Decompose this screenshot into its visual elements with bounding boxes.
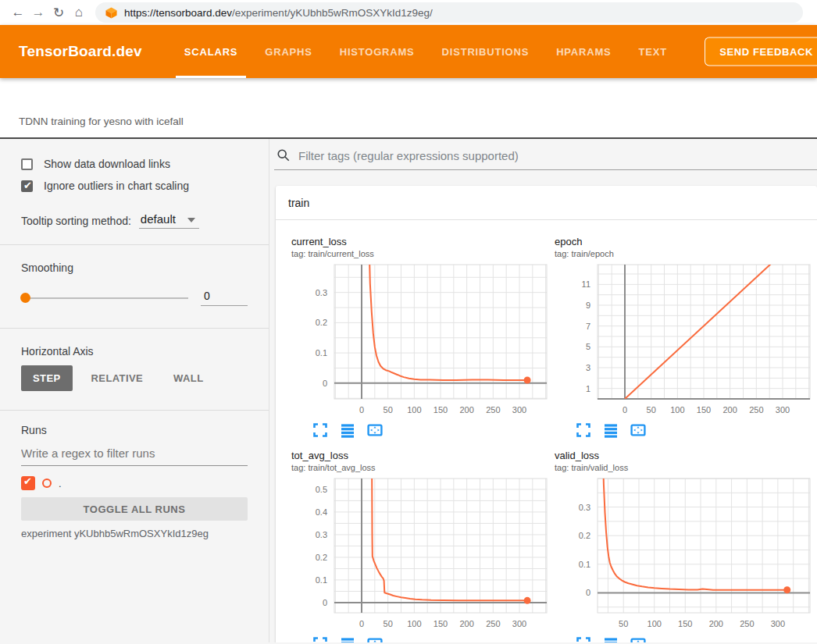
tab-hparams[interactable]: HPARAMS xyxy=(555,25,612,78)
divider xyxy=(0,328,269,329)
home-icon[interactable]: ⌂ xyxy=(69,2,89,23)
chart-plot-epoch[interactable]: 0501001502002503001357911 xyxy=(555,263,815,419)
tab-scalars[interactable]: SCALARS xyxy=(183,25,239,78)
experiment-title-bar: TDNN training for yesno with icefall xyxy=(0,78,817,139)
svg-text:0: 0 xyxy=(586,588,590,597)
smoothing-label: Smoothing xyxy=(21,262,248,274)
svg-text:150: 150 xyxy=(433,619,448,628)
chart-plot-valid_loss[interactable]: 5010015020025030000.10.20.3 xyxy=(555,477,815,633)
smoothing-slider[interactable] xyxy=(21,297,188,299)
runs-filter-input[interactable] xyxy=(21,445,248,466)
chevron-down-icon xyxy=(187,218,195,226)
back-icon[interactable]: ← xyxy=(8,2,28,23)
svg-text:250: 250 xyxy=(740,619,754,628)
tooltip-sorting-value: default xyxy=(141,212,176,226)
svg-text:50: 50 xyxy=(384,405,393,415)
svg-text:0.1: 0.1 xyxy=(316,575,327,585)
forward-icon[interactable]: → xyxy=(28,2,48,23)
tag-section-header[interactable]: train xyxy=(276,186,817,220)
reload-icon[interactable]: ↻ xyxy=(48,2,69,23)
smoothing-slider-thumb[interactable] xyxy=(20,293,30,303)
svg-text:11: 11 xyxy=(582,279,590,289)
svg-text:0: 0 xyxy=(323,598,327,607)
runs-label: Runs xyxy=(21,424,248,436)
chart-title: current_loss xyxy=(291,236,555,247)
experiment-title: TDNN training for yesno with icefall xyxy=(19,116,184,127)
ignore-outliers-label: Ignore outliers in chart scaling xyxy=(44,180,189,192)
chart-plot-current_loss[interactable]: 05010015020025030000.10.20.3 xyxy=(291,263,552,419)
fit-domain-icon[interactable] xyxy=(366,635,384,642)
svg-text:250: 250 xyxy=(486,405,500,415)
horizontal-axis-label: Horizontal Axis xyxy=(21,345,248,358)
fit-domain-icon[interactable] xyxy=(630,635,647,642)
svg-text:250: 250 xyxy=(749,405,763,415)
toggle-y-axis-icon[interactable] xyxy=(339,635,356,642)
toggle-all-runs-button[interactable]: TOGGLE ALL RUNS xyxy=(21,497,248,521)
svg-text:150: 150 xyxy=(433,405,448,415)
toggle-y-axis-icon[interactable] xyxy=(339,422,356,439)
tab-histograms[interactable]: HISTOGRAMS xyxy=(338,25,416,78)
chart-plot-tot_avg_loss[interactable]: 05010015020025030000.10.20.30.40.5 xyxy=(291,477,552,633)
ignore-outliers-checkbox[interactable] xyxy=(21,180,33,192)
chart-actions xyxy=(312,422,555,439)
tab-distributions[interactable]: DISTRIBUTIONS xyxy=(441,25,531,78)
svg-text:200: 200 xyxy=(459,405,473,415)
fullscreen-icon[interactable] xyxy=(575,635,592,642)
chart-actions xyxy=(312,635,555,642)
chart-title: epoch xyxy=(555,236,817,247)
svg-text:3: 3 xyxy=(586,363,590,372)
tooltip-sorting-select[interactable]: default xyxy=(139,212,199,229)
smoothing-value-input[interactable]: 0 xyxy=(201,290,248,306)
svg-text:50: 50 xyxy=(647,405,656,415)
axis-option-wall[interactable]: WALL xyxy=(162,365,215,391)
divider xyxy=(0,410,269,411)
chart-card-tot_avg_loss: tot_avg_losstag: train/tot_avg_loss05010… xyxy=(291,450,555,642)
svg-text:7: 7 xyxy=(586,322,590,331)
horizontal-axis-buttons: STEPRELATIVEWALL xyxy=(21,365,248,391)
run-checkbox[interactable] xyxy=(21,476,35,490)
settings-sidebar: Show data download links Ignore outliers… xyxy=(0,139,269,642)
search-icon xyxy=(276,148,291,162)
fit-domain-icon[interactable] xyxy=(366,422,384,439)
toggle-y-axis-icon[interactable] xyxy=(602,422,619,439)
show-download-links-label: Show data download links xyxy=(44,158,170,170)
smoothing-slider-row: 0 xyxy=(21,290,248,306)
url-domain: https://tensorboard.dev xyxy=(124,7,232,19)
url-path: /experiment/yKUbhb5wRmOSXYkId1z9eg/ xyxy=(232,7,433,19)
svg-text:0.3: 0.3 xyxy=(316,288,327,297)
fullscreen-icon[interactable] xyxy=(312,422,329,439)
svg-text:300: 300 xyxy=(776,405,790,415)
send-feedback-button[interactable]: SEND FEEDBACK xyxy=(705,37,817,66)
fit-domain-icon[interactable] xyxy=(630,422,647,439)
axis-option-step[interactable]: STEP xyxy=(21,365,73,391)
tag-section-card: train current_losstag: train/current_los… xyxy=(276,186,817,642)
svg-text:100: 100 xyxy=(648,619,662,628)
tooltip-sorting-row: Tooltip sorting method: default xyxy=(21,212,248,229)
brand-logo: TensorBoard.dev xyxy=(19,43,142,60)
svg-text:100: 100 xyxy=(670,405,684,415)
fullscreen-icon[interactable] xyxy=(575,422,592,439)
fullscreen-icon[interactable] xyxy=(312,635,329,642)
svg-text:300: 300 xyxy=(771,619,785,628)
svg-text:200: 200 xyxy=(709,619,723,628)
run-row: . xyxy=(21,476,248,490)
main-panel: train current_losstag: train/current_los… xyxy=(269,139,817,642)
svg-text:0.5: 0.5 xyxy=(316,485,327,494)
tab-graphs[interactable]: GRAPHS xyxy=(263,25,313,78)
show-download-links-checkbox[interactable] xyxy=(21,158,33,170)
show-download-links-row: Show data download links xyxy=(21,155,248,173)
tab-text[interactable]: TEXT xyxy=(637,25,668,78)
filter-tags-input[interactable] xyxy=(298,149,817,162)
run-name: . xyxy=(59,478,62,489)
address-bar[interactable]: https://tensorboard.dev/experiment/yKUbh… xyxy=(95,2,803,23)
toggle-y-axis-icon[interactable] xyxy=(602,635,619,642)
axis-option-relative[interactable]: RELATIVE xyxy=(80,365,155,391)
last-point-marker xyxy=(524,376,531,383)
svg-text:0: 0 xyxy=(359,619,364,628)
svg-text:50: 50 xyxy=(619,619,628,628)
chart-actions xyxy=(575,635,817,642)
svg-text:150: 150 xyxy=(697,405,711,415)
chart-tag: tag: train/tot_avg_loss xyxy=(291,463,555,472)
svg-text:300: 300 xyxy=(512,405,526,415)
svg-text:0: 0 xyxy=(623,405,627,415)
